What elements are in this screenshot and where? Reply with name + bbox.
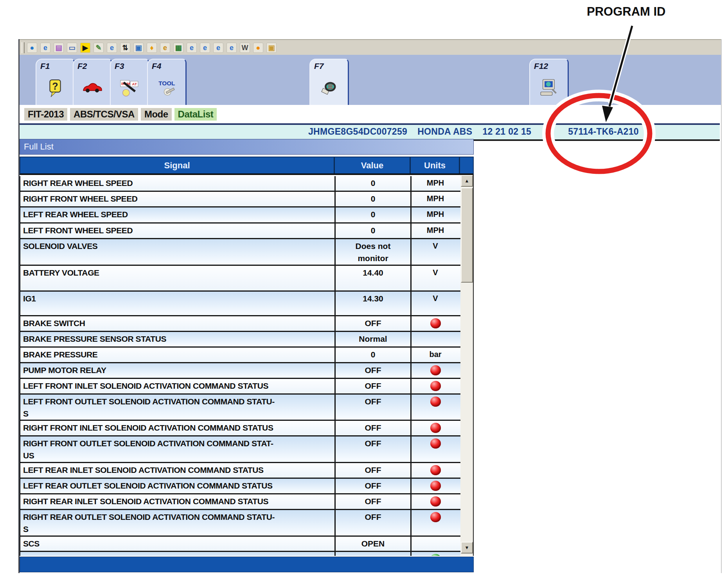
toolbar-web-folder-icon[interactable]: ▣ <box>266 43 277 53</box>
table-row[interactable]: SCSOPEN <box>20 537 460 552</box>
tool-icon: TOOL <box>156 79 177 97</box>
table-row[interactable]: LEFT FRONT INLET SOLENOID ACTIVATION COM… <box>20 379 460 395</box>
toolbar-network-icon[interactable]: ▦ <box>173 43 183 53</box>
units-cell <box>412 395 459 420</box>
breadcrumb-datalist[interactable]: DataList <box>174 108 217 121</box>
table-row[interactable]: PARKING BRAKEON <box>20 552 460 556</box>
units-cell <box>412 537 459 551</box>
table-row[interactable]: BRAKE SWITCHOFF <box>20 316 460 332</box>
toolbar-ie3-icon[interactable]: e <box>200 43 210 53</box>
toolbar-notes-icon[interactable]: ✎ <box>93 43 104 53</box>
units-cell <box>412 363 459 378</box>
svg-text:TOOL: TOOL <box>158 80 175 87</box>
toolbar-drag-handle[interactable] <box>22 42 25 53</box>
breadcrumb-vehicle[interactable]: FIT-2013 <box>24 108 67 121</box>
panel-bottom-bar <box>20 557 474 572</box>
scrollbar-thumb[interactable] <box>461 188 473 283</box>
units-cell <box>412 421 459 435</box>
toolbar-ie-gold-icon[interactable]: e <box>160 43 170 53</box>
windows-toolbar: ●e▤▭▶✎e⇅▣♦e▦eeeeW●▣ <box>20 39 721 57</box>
signal-cell: SOLENOID VALVES <box>20 239 336 265</box>
tab-f12-computer[interactable]: F12 <box>529 59 569 106</box>
table-row[interactable]: RIGHT FRONT INLET SOLENOID ACTIVATION CO… <box>20 421 460 436</box>
toolbar-ie-shortcut-icon[interactable]: e <box>107 43 117 53</box>
toolbar-globe-orange-icon[interactable]: ● <box>253 43 263 53</box>
toolbar-sync-arrows-icon[interactable]: ⇅ <box>120 43 130 53</box>
toolbar-word-icon[interactable]: W <box>240 43 250 53</box>
panel-title: Full List <box>24 142 54 151</box>
units-cell: MPH <box>412 192 459 206</box>
table-row[interactable]: RIGHT FRONT OUTLET SOLENOID ACTIVATION C… <box>20 436 460 463</box>
signal-cell: RIGHT FRONT WHEEL SPEED <box>20 192 336 206</box>
signal-cell: LEFT REAR WHEEL SPEED <box>20 207 336 222</box>
table-row[interactable]: BATTERY VOLTAGE14.40V <box>20 266 460 292</box>
toolbar-ie-icon[interactable]: e <box>40 43 50 53</box>
signal-cell: LEFT REAR INLET SOLENOID ACTIVATION COMM… <box>20 463 336 478</box>
table-row[interactable]: PUMP MOTOR RELAYOFF <box>20 363 460 379</box>
value-cell: 0 <box>336 176 412 191</box>
signal-cell: BRAKE PRESSURE SENSOR STATUS <box>20 332 336 346</box>
toolbar-flame-icon[interactable]: ♦ <box>147 43 157 53</box>
table-row[interactable]: RIGHT REAR OUTLET SOLENOID ACTIVATION CO… <box>20 510 460 537</box>
value-cell: 0 <box>336 224 412 238</box>
table-row[interactable]: RIGHT REAR INLET SOLENOID ACTIVATION COM… <box>20 494 460 510</box>
value-cell: OFF <box>336 510 412 536</box>
table-row[interactable]: SOLENOID VALVESDoes not monitorV <box>20 239 460 266</box>
signal-cell: RIGHT REAR WHEEL SPEED <box>20 176 336 191</box>
units-cell: V <box>412 239 459 265</box>
panel-title-bar: Full List <box>20 139 474 155</box>
units-cell: bar <box>412 348 459 362</box>
status-led-red-icon <box>430 365 441 375</box>
toolbar-display-icon[interactable]: ▣ <box>133 43 144 53</box>
tab-f2-vehicle[interactable]: F2 <box>73 59 112 106</box>
signal-cell: RIGHT FRONT OUTLET SOLENOID ACTIVATION C… <box>20 436 336 462</box>
table-row[interactable]: RIGHT REAR WHEEL SPEED0MPH <box>20 176 460 192</box>
toolbar-document-icon[interactable]: ▤ <box>54 43 64 53</box>
tab-f7-datalist[interactable]: F7 <box>309 59 349 106</box>
table-row[interactable]: LEFT FRONT OUTLET SOLENOID ACTIVATION CO… <box>20 395 460 421</box>
program-id-callout-label: PROGRAM ID <box>587 5 666 19</box>
help-icon: ? <box>45 79 65 97</box>
table-row[interactable]: LEFT FRONT WHEEL SPEED0MPH <box>20 224 460 239</box>
table-row[interactable]: IG114.30V <box>20 292 460 316</box>
system-name: HONDA ABS <box>417 126 472 137</box>
tab-f4-tool[interactable]: F4 TOOL <box>147 59 187 106</box>
value-cell: 0 <box>336 192 412 206</box>
breadcrumb-system[interactable]: ABS/TCS/VSA <box>70 108 138 121</box>
value-cell: OFF <box>336 316 412 331</box>
value-cell: 0 <box>336 207 412 222</box>
table-row[interactable]: RIGHT FRONT WHEEL SPEED0MPH <box>20 192 460 207</box>
signal-cell: SCS <box>20 537 336 551</box>
toolbar-window-icon[interactable]: ▭ <box>67 43 77 53</box>
function-key-tabbar: F1 ? F2 F3 BCMAT F4 TOOL <box>20 55 721 105</box>
dlc-connector-icon <box>319 79 339 97</box>
tab-f3-bcm-at[interactable]: F3 BCMAT <box>110 59 149 106</box>
signal-cell: BRAKE SWITCH <box>20 316 336 331</box>
table-row[interactable]: LEFT REAR OUTLET SOLENOID ACTIVATION COM… <box>20 479 460 494</box>
value-cell: OFF <box>336 379 412 393</box>
toolbar-ie4-icon[interactable]: e <box>213 43 223 53</box>
vehicle-icon <box>82 79 102 97</box>
column-header-units: Units <box>411 157 460 173</box>
signal-cell: BATTERY VOLTAGE <box>20 266 336 290</box>
table-row[interactable]: LEFT REAR WHEEL SPEED0MPH <box>20 207 460 224</box>
tab-f1-help[interactable]: F1 ? <box>36 59 75 106</box>
table-row[interactable]: LEFT REAR INLET SOLENOID ACTIVATION COMM… <box>20 463 460 479</box>
table-row[interactable]: BRAKE PRESSURE SENSOR STATUSNormal <box>20 332 460 348</box>
table-row[interactable]: BRAKE PRESSURE0bar <box>20 348 460 363</box>
status-led-red-icon <box>430 438 441 449</box>
signal-cell: PUMP MOTOR RELAY <box>20 363 336 378</box>
value-cell: 14.40 <box>336 266 412 290</box>
breadcrumb-mode[interactable]: Mode <box>141 108 172 121</box>
scroll-up-button[interactable]: ▲ <box>461 175 473 187</box>
toolbar-ie2-icon[interactable]: e <box>187 43 197 53</box>
toolbar-media-play-icon[interactable]: ▶ <box>80 43 90 53</box>
toolbar-globe-icon[interactable]: ● <box>27 43 37 53</box>
toolbar-ie5-icon[interactable]: e <box>226 43 237 53</box>
vertical-scrollbar[interactable]: ▲ ▼ <box>460 175 474 556</box>
units-cell: MPH <box>412 224 459 238</box>
f4-label: F4 <box>148 60 185 71</box>
scroll-down-button[interactable]: ▼ <box>461 542 473 554</box>
column-header-scroll-spacer <box>460 157 473 173</box>
units-cell: MPH <box>412 207 459 222</box>
